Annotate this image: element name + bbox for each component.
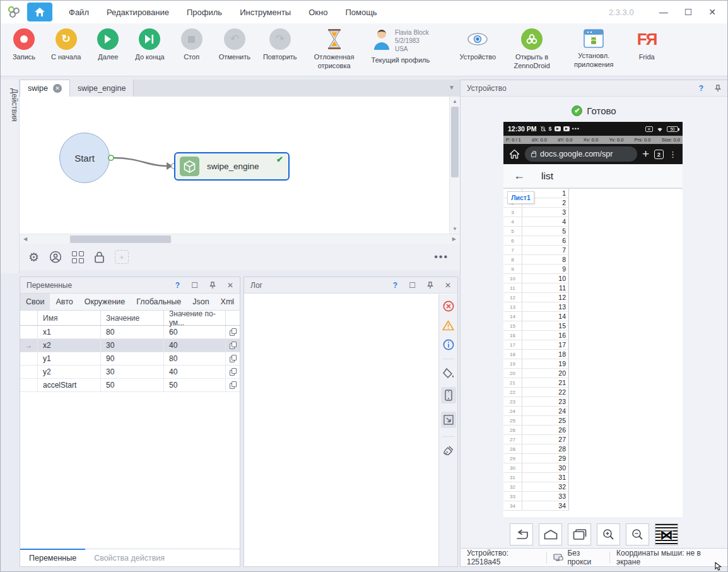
browser-menu-icon[interactable]: ⋮ bbox=[669, 150, 677, 159]
canvas-vertical-scrollbar[interactable]: ▲ ▼ bbox=[449, 97, 460, 234]
menu-item-0[interactable]: Файл bbox=[69, 8, 89, 17]
sheet-row[interactable]: 3131 bbox=[503, 473, 569, 482]
pin-icon[interactable] bbox=[209, 282, 216, 289]
start-node[interactable]: Start bbox=[59, 133, 110, 183]
cell-value[interactable]: 7 bbox=[522, 246, 569, 254]
fill-color-icon[interactable] bbox=[442, 367, 455, 379]
variable-row[interactable]: y23040 bbox=[20, 366, 240, 379]
sheet-row[interactable]: 2626 bbox=[503, 426, 569, 435]
cell-value[interactable]: 3 bbox=[522, 208, 569, 217]
cell-value[interactable]: 23 bbox=[522, 397, 569, 406]
cell-value[interactable]: 29 bbox=[522, 454, 569, 463]
home-button[interactable] bbox=[27, 3, 52, 21]
pin-icon[interactable] bbox=[427, 282, 433, 289]
sheet-row[interactable]: 3333 bbox=[503, 492, 569, 501]
cell-value[interactable]: 17 bbox=[522, 340, 569, 349]
sheet-row[interactable]: 3232 bbox=[503, 482, 569, 492]
bottom-tab-variables[interactable]: Переменные bbox=[20, 549, 85, 566]
cell-value[interactable]: 4 bbox=[522, 217, 569, 226]
sheet-row[interactable]: 2525 bbox=[503, 416, 569, 426]
cell-value[interactable]: 5 bbox=[522, 227, 569, 235]
frida-button[interactable]: FЯ Frida bbox=[632, 28, 661, 62]
variable-default[interactable]: 40 bbox=[164, 366, 226, 378]
open-in-zennodroid-button[interactable]: Открыть в ZennoDroid bbox=[508, 28, 555, 71]
sheet-row[interactable]: 33 bbox=[503, 208, 569, 217]
cell-value[interactable]: 14 bbox=[522, 312, 569, 321]
cell-value[interactable]: 20 bbox=[522, 369, 569, 378]
more-options-icon[interactable]: ••• bbox=[434, 251, 449, 263]
warnings-filter-icon[interactable] bbox=[442, 320, 454, 331]
tab-count-button[interactable]: 2 bbox=[654, 150, 664, 159]
copy-variable-icon[interactable] bbox=[226, 326, 240, 338]
sheet-row[interactable]: 55 bbox=[503, 227, 569, 236]
close-button[interactable]: ✕ bbox=[708, 7, 716, 17]
errors-filter-icon[interactable] bbox=[443, 301, 454, 312]
browser-home-icon[interactable] bbox=[509, 149, 520, 159]
to-end-button[interactable]: До конца bbox=[135, 28, 164, 62]
vertical-scroll-thumb[interactable] bbox=[451, 107, 459, 177]
variables-tab-dropdown-icon[interactable]: ▼ bbox=[229, 299, 235, 305]
device-screen[interactable]: 12:30 PM $ ••• ✕ 50 P: 0 / 1dX: 0.0dY: 0… bbox=[503, 122, 683, 517]
scroll-down-icon[interactable]: ▼ bbox=[450, 224, 460, 234]
variable-row[interactable]: accelStart5050 bbox=[20, 379, 240, 392]
cell-value[interactable]: 30 bbox=[522, 463, 569, 472]
sheet-row[interactable]: 66 bbox=[503, 236, 569, 246]
spreadsheet-grid[interactable]: 1122334455667788991010111112121313141415… bbox=[503, 188, 683, 517]
back-arrow-icon[interactable]: ← bbox=[514, 169, 525, 182]
sheet-row[interactable]: 2121 bbox=[503, 378, 569, 388]
cell-value[interactable]: 27 bbox=[522, 435, 569, 444]
tab-swipe-engine[interactable]: swipe_engine bbox=[70, 80, 134, 97]
variable-value[interactable]: 90 bbox=[101, 352, 164, 365]
variable-default[interactable]: 40 bbox=[164, 339, 226, 352]
copy-variable-icon[interactable] bbox=[226, 339, 240, 352]
variable-default[interactable]: 50 bbox=[164, 379, 226, 391]
variables-tab-0[interactable]: Свои bbox=[20, 294, 50, 310]
cell-value[interactable]: 32 bbox=[522, 482, 569, 491]
scroll-left-icon[interactable]: ◀ bbox=[23, 234, 27, 244]
maximize-panel-icon[interactable]: ☐ bbox=[191, 281, 198, 290]
variable-name[interactable]: x1 bbox=[38, 326, 101, 338]
menu-item-2[interactable]: Профиль bbox=[187, 8, 222, 17]
sheet-row[interactable]: 1313 bbox=[503, 302, 569, 312]
variable-name[interactable]: accelStart bbox=[38, 379, 101, 391]
cell-value[interactable]: 9 bbox=[522, 265, 569, 273]
horizontal-scroll-thumb[interactable] bbox=[70, 235, 171, 243]
menu-item-3[interactable]: Инструменты bbox=[240, 8, 291, 17]
cell-value[interactable]: 13 bbox=[522, 302, 569, 311]
scroll-up-icon[interactable]: ▲ bbox=[450, 97, 460, 106]
cell-value[interactable]: 28 bbox=[522, 444, 569, 453]
cell-value[interactable]: 8 bbox=[522, 255, 569, 264]
current-profile-button[interactable]: Flavia Block 5/2/1983 USA Текущий профил… bbox=[372, 28, 447, 65]
device-view-button[interactable]: Устройство bbox=[460, 28, 496, 62]
cell-value[interactable]: 18 bbox=[522, 350, 569, 359]
variable-value[interactable]: 50 bbox=[101, 379, 164, 391]
sheet-row[interactable]: 1010 bbox=[503, 274, 569, 283]
minimize-button[interactable]: — bbox=[659, 7, 668, 17]
cell-value[interactable]: 6 bbox=[522, 236, 569, 245]
cell-value[interactable]: 21 bbox=[522, 378, 569, 387]
maximize-panel-icon[interactable]: ☐ bbox=[409, 281, 416, 290]
bottom-tab-action-properties[interactable]: Свойства действия bbox=[85, 549, 173, 566]
cell-value[interactable]: 31 bbox=[522, 473, 569, 482]
sheet-row[interactable]: 2828 bbox=[503, 444, 569, 454]
profile-circle-icon[interactable] bbox=[49, 251, 62, 263]
variables-tab-4[interactable]: Json bbox=[187, 294, 214, 310]
sheet-row[interactable]: 88 bbox=[503, 255, 569, 265]
cell-value[interactable]: 15 bbox=[522, 321, 569, 330]
cell-value[interactable]: 33 bbox=[522, 492, 569, 501]
clear-log-icon[interactable] bbox=[442, 445, 454, 456]
nav-home-button[interactable] bbox=[539, 523, 562, 545]
url-bar[interactable]: docs.google.com/spr bbox=[525, 146, 637, 162]
sheet-tab-label[interactable]: Лист1 bbox=[507, 191, 534, 204]
sheet-row[interactable]: 2020 bbox=[503, 369, 569, 378]
sheet-row[interactable]: 1515 bbox=[503, 321, 569, 331]
flow-canvas[interactable]: Start swipe_engine ✔ ▲ ▼ bbox=[20, 97, 460, 234]
expand-log-toggle[interactable] bbox=[441, 412, 456, 428]
variable-default[interactable]: 80 bbox=[164, 352, 226, 365]
screenshot-mode-button[interactable]: ⋈ bbox=[655, 523, 678, 545]
copy-variable-icon[interactable] bbox=[226, 379, 240, 391]
variable-value[interactable]: 30 bbox=[101, 339, 164, 352]
variables-tab-1[interactable]: Авто bbox=[50, 294, 78, 310]
nav-back-button[interactable] bbox=[510, 523, 533, 545]
menu-item-4[interactable]: Окно bbox=[308, 8, 327, 17]
